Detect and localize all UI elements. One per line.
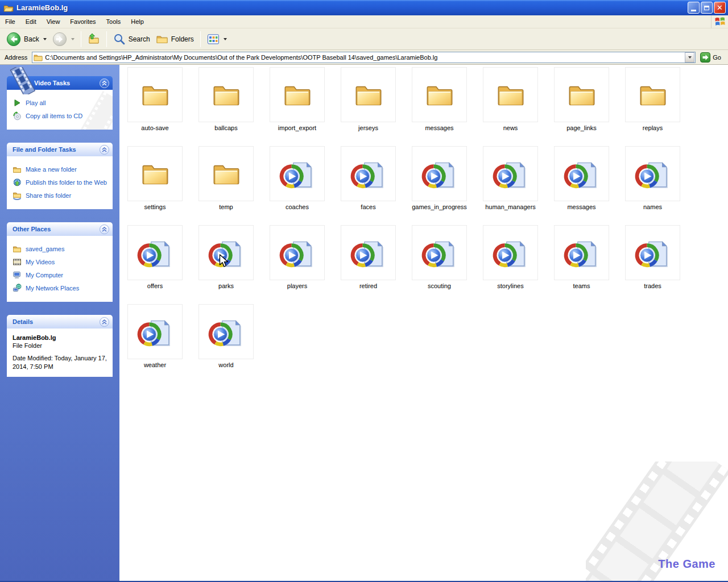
file-item-label[interactable]: coaches [286, 203, 309, 210]
file-thumbnail[interactable] [625, 225, 680, 280]
file-item-label[interactable]: human_managers [485, 203, 536, 210]
file-item-label[interactable]: ballcaps [214, 124, 237, 131]
collapse-chevron-icon[interactable] [100, 145, 109, 155]
file-item[interactable]: ballcaps [191, 67, 262, 146]
file-item-label[interactable]: temp [219, 203, 233, 210]
file-thumbnail[interactable] [341, 225, 396, 280]
menu-favorites[interactable]: Favorites [65, 16, 101, 27]
file-thumbnail[interactable] [127, 304, 183, 359]
file-item-label[interactable]: storylines [497, 282, 523, 289]
task-link[interactable]: Publish this folder to the Web [13, 178, 108, 187]
file-item[interactable]: messages [546, 146, 617, 225]
file-item[interactable]: offers [119, 225, 191, 304]
file-item-label[interactable]: world [218, 361, 233, 368]
menu-tools[interactable]: Tools [101, 16, 126, 27]
file-thumbnail[interactable] [554, 225, 609, 280]
task-link[interactable]: Copy all items to CD [13, 111, 108, 120]
menu-file[interactable]: File [0, 16, 20, 27]
file-item[interactable]: storylines [475, 225, 546, 304]
place-link[interactable]: saved_games [13, 244, 108, 253]
file-item-label[interactable]: settings [144, 203, 166, 210]
file-folder-tasks-header[interactable]: File and Folder Tasks [7, 143, 113, 156]
other-places-header[interactable]: Other Places [7, 222, 113, 236]
address-input[interactable]: C:\Documents and Settings\HP_Administrat… [32, 52, 696, 63]
file-item[interactable]: replays [617, 67, 688, 146]
file-item-label[interactable]: auto-save [141, 124, 168, 131]
task-link[interactable]: Play all [13, 98, 108, 107]
file-thumbnail[interactable] [198, 67, 254, 122]
file-item[interactable]: faces [333, 146, 404, 225]
file-thumbnail[interactable] [198, 225, 254, 280]
file-item[interactable]: weather [119, 304, 191, 383]
place-link[interactable]: My Network Places [13, 284, 108, 293]
collapse-chevron-icon[interactable] [100, 225, 109, 234]
file-item-label[interactable]: page_links [566, 124, 597, 131]
file-item[interactable]: trades [617, 225, 688, 304]
file-thumbnail[interactable] [554, 146, 609, 201]
collapse-chevron-icon[interactable] [100, 317, 109, 327]
file-item[interactable]: temp [191, 146, 262, 225]
file-item-label[interactable]: messages [567, 203, 595, 210]
file-thumbnail[interactable] [127, 146, 183, 201]
file-thumbnail[interactable] [198, 146, 254, 201]
file-thumbnail[interactable] [341, 146, 396, 201]
file-item-label[interactable]: messages [425, 124, 453, 131]
file-item[interactable]: retired [333, 225, 404, 304]
menu-view[interactable]: View [42, 16, 65, 27]
file-item[interactable]: games_in_progress [404, 146, 475, 225]
file-thumbnail[interactable] [625, 146, 680, 201]
details-header[interactable]: Details [7, 315, 113, 329]
file-item-label[interactable]: offers [147, 282, 163, 289]
views-dropdown-icon[interactable] [224, 38, 227, 40]
file-item[interactable]: parks [191, 225, 262, 304]
file-thumbnail[interactable] [412, 146, 467, 201]
back-button[interactable]: Back [3, 31, 49, 48]
file-item[interactable]: messages [404, 67, 475, 146]
file-item-label[interactable]: scouting [428, 282, 451, 289]
file-thumbnail[interactable] [198, 304, 254, 359]
file-item[interactable]: scouting [404, 225, 475, 304]
file-item-label[interactable]: weather [144, 361, 166, 368]
file-item[interactable]: import_export [262, 67, 333, 146]
file-item[interactable]: names [617, 146, 688, 225]
file-item-label[interactable]: retired [359, 282, 377, 289]
menu-edit[interactable]: Edit [20, 16, 42, 27]
views-button[interactable] [204, 32, 230, 47]
file-item[interactable]: settings [119, 146, 191, 225]
go-button[interactable]: Go [700, 52, 721, 63]
file-item[interactable]: players [262, 225, 333, 304]
folders-button[interactable]: Folders [153, 32, 197, 47]
file-item[interactable]: human_managers [475, 146, 546, 225]
file-thumbnail[interactable] [554, 67, 609, 122]
file-item[interactable]: auto-save [119, 67, 191, 146]
forward-button[interactable] [49, 31, 77, 48]
file-item-label[interactable]: faces [361, 203, 375, 210]
back-dropdown-icon[interactable] [43, 38, 47, 40]
file-item[interactable]: page_links [546, 67, 617, 146]
file-list-area[interactable]: auto-save ballcaps [119, 65, 728, 581]
file-thumbnail[interactable] [127, 225, 183, 280]
file-item[interactable]: jerseys [333, 67, 404, 146]
file-item[interactable]: teams [546, 225, 617, 304]
address-dropdown-button[interactable] [685, 52, 694, 63]
file-thumbnail[interactable] [483, 225, 538, 280]
file-thumbnail[interactable] [270, 146, 325, 201]
file-thumbnail[interactable] [625, 67, 680, 122]
place-link[interactable]: My Computer [13, 271, 108, 280]
file-item-label[interactable]: names [643, 203, 662, 210]
file-item[interactable]: world [191, 304, 262, 383]
search-button[interactable]: Search [110, 32, 153, 47]
file-item[interactable]: coaches [262, 146, 333, 225]
file-thumbnail[interactable] [412, 225, 467, 280]
restore-button[interactable] [701, 2, 713, 14]
file-thumbnail[interactable] [483, 67, 538, 122]
file-item-label[interactable]: games_in_progress [412, 203, 467, 210]
file-thumbnail[interactable] [341, 67, 396, 122]
menu-help[interactable]: Help [126, 16, 149, 27]
file-item-label[interactable]: jerseys [358, 124, 378, 131]
file-item-label[interactable]: players [287, 282, 307, 289]
file-thumbnail[interactable] [270, 67, 325, 122]
up-button[interactable] [85, 32, 103, 47]
place-link[interactable]: My Videos [13, 257, 108, 267]
collapse-chevron-icon[interactable] [100, 78, 109, 88]
